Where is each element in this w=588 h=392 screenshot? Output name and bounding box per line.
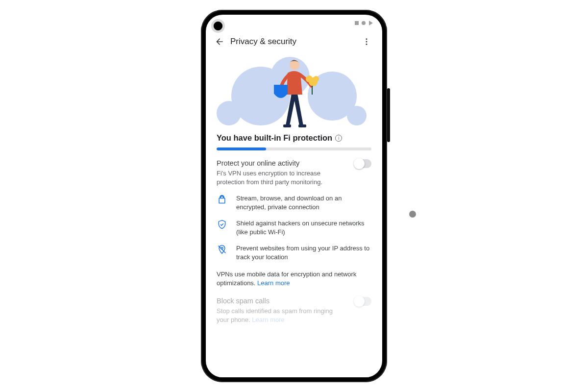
protection-progress (217, 147, 371, 150)
phone-frame: Privacy & security (201, 10, 387, 382)
info-icon[interactable]: i (335, 135, 342, 142)
protection-progress-fill (217, 147, 266, 150)
content-area: You have built-in Fi protection i Protec… (206, 52, 382, 377)
vpn-toggle[interactable] (355, 159, 371, 168)
arrow-left-icon (215, 37, 224, 47)
vpn-section-desc: Fi's VPN uses encryption to increase pro… (217, 169, 339, 186)
page-title: Privacy & security (230, 37, 359, 47)
spam-section-title: Block spam calls (217, 297, 339, 305)
spam-section-desc: Stop calls identified as spam from ringi… (217, 307, 339, 324)
svg-rect-3 (283, 124, 291, 127)
vpn-section-title: Protect your online activity (217, 159, 339, 167)
feature-row: Shield against hackers on unsecure netwo… (217, 219, 371, 236)
app-header: Privacy & security (206, 31, 382, 52)
svg-point-1 (366, 41, 368, 43)
feature-text: Prevent websites from using your IP addr… (236, 244, 371, 261)
feature-row: Stream, browse, and download on an encry… (217, 194, 371, 211)
camera-hole (214, 22, 222, 30)
feature-row: Prevent websites from using your IP addr… (217, 244, 371, 261)
back-button[interactable] (212, 34, 227, 49)
lock-icon (217, 194, 227, 205)
spam-learn-more-link[interactable]: Learn more (252, 316, 284, 323)
status-bar (206, 15, 382, 31)
hero-illustration (217, 52, 371, 130)
svg-point-8 (313, 76, 319, 82)
more-vert-icon (362, 37, 371, 46)
person-shield-illustration (267, 54, 321, 128)
status-indicator-1 (355, 21, 359, 25)
spam-toggle[interactable] (355, 297, 371, 306)
protection-headline: You have built-in Fi protection (217, 133, 332, 143)
decorative-dot (409, 211, 416, 218)
svg-point-0 (366, 38, 368, 40)
status-indicator-3 (369, 21, 373, 25)
svg-point-7 (306, 75, 313, 82)
vpn-footnote: VPNs use mobile data for encryption and … (217, 270, 371, 287)
shield-check-icon (217, 219, 227, 230)
feature-text: Shield against hackers on unsecure netwo… (236, 219, 371, 236)
status-indicator-2 (362, 21, 366, 25)
svg-rect-4 (298, 124, 306, 127)
bottom-fade (206, 358, 382, 377)
learn-more-link[interactable]: Learn more (257, 279, 290, 287)
feature-text: Stream, browse, and download on an encry… (236, 194, 371, 211)
location-off-icon (217, 244, 227, 255)
svg-point-2 (366, 44, 368, 45)
phone-screen: Privacy & security (206, 15, 382, 377)
overflow-menu-button[interactable] (359, 34, 374, 49)
